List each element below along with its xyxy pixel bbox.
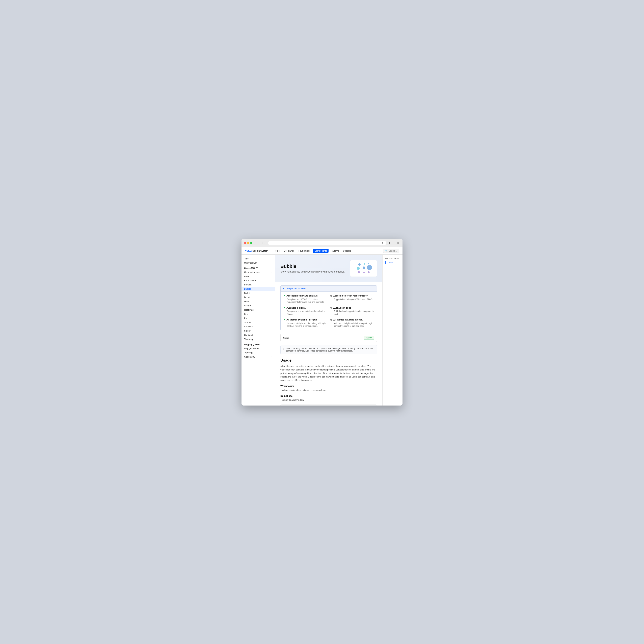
note-box: ℹ Note: Currently, the bubble chart is o… bbox=[280, 345, 377, 354]
do-not-use-title: Do not use bbox=[280, 395, 377, 397]
search-placeholder: Search... bbox=[389, 250, 397, 252]
sidebar-item-tree-map[interactable]: Tree map bbox=[242, 337, 275, 341]
minimize-button[interactable] bbox=[247, 242, 249, 244]
sidebar-item-bullet[interactable]: Bullet bbox=[242, 291, 275, 295]
svg-point-7 bbox=[363, 272, 365, 273]
checklist-header[interactable]: ▾ Component checklist bbox=[281, 286, 377, 292]
sidebar-item-bar-column[interactable]: Bar/Column bbox=[242, 278, 275, 283]
close-button[interactable] bbox=[244, 242, 246, 244]
check-icon-green-2: ✔ bbox=[283, 306, 285, 309]
sidebar-item-boxplot[interactable]: Boxplot bbox=[242, 283, 275, 287]
sidebar-item-gauge[interactable]: Gauge bbox=[242, 304, 275, 308]
nav-components[interactable]: Components bbox=[313, 249, 329, 253]
grid-button[interactable]: ⊞ bbox=[397, 241, 400, 245]
sidebar-item-tree[interactable]: Tree bbox=[242, 257, 275, 261]
sidebar-item-area[interactable]: Area bbox=[242, 274, 275, 278]
check-desc-3: Published and supported coded components… bbox=[330, 310, 374, 316]
new-tab-button[interactable]: + bbox=[393, 241, 395, 245]
hero-description: Show relationships and patterns with var… bbox=[280, 270, 345, 273]
status-badge: Healthy bbox=[364, 336, 374, 340]
back-button[interactable]: ‹ bbox=[261, 241, 263, 245]
svg-point-4 bbox=[363, 266, 365, 269]
nav-patterns[interactable]: Patterns bbox=[329, 249, 341, 253]
on-this-page: ON THIS PAGE Usage bbox=[382, 255, 403, 406]
page-title: Bubble bbox=[280, 264, 345, 269]
sidebar-item-pie[interactable]: Pie bbox=[242, 316, 275, 320]
nav-support[interactable]: Support bbox=[341, 249, 352, 253]
maximize-button[interactable] bbox=[250, 242, 252, 244]
check-title-2: Available in Figma bbox=[286, 307, 306, 309]
sidebar-item-bubble[interactable]: Bubble bbox=[242, 287, 275, 291]
do-not-use-text: To show qualitative data. bbox=[280, 398, 377, 402]
sidebar-item-gantt[interactable]: Gantt bbox=[242, 299, 275, 304]
check-icon-gray-3: ⊘ bbox=[330, 306, 332, 309]
svg-point-1 bbox=[364, 263, 365, 265]
browser-chrome: ‹ › ↻ ⬆ + ⊞ bbox=[242, 239, 403, 247]
check-desc-0: Compliant with WCAG 2.1 contrast require… bbox=[283, 298, 327, 304]
checklist-container: ▾ Component checklist ✔ Accessible color… bbox=[280, 285, 377, 331]
nav-get-started[interactable]: Get started bbox=[282, 249, 296, 253]
chevron-right-icon-geography: › bbox=[272, 356, 272, 358]
hero-text: Bubble Show relationships and patterns w… bbox=[280, 264, 345, 273]
sidebar-item-line[interactable]: Line bbox=[242, 312, 275, 316]
toc-link-usage[interactable]: Usage bbox=[385, 261, 400, 264]
sidebar-item-geography[interactable]: Geography › bbox=[242, 355, 275, 359]
sidebar-item-donut[interactable]: Donut bbox=[242, 295, 275, 299]
usage-description: A bubble chart is used to visualize rela… bbox=[280, 365, 377, 382]
sidebar-item-map-guidelines[interactable]: Map guidelines bbox=[242, 346, 275, 351]
check-item-5: ⊘ All themes available in code. Includes… bbox=[330, 318, 374, 328]
chart-demo: Chart title Extra details about the char… bbox=[280, 405, 377, 406]
sidebar-item-spider[interactable]: Spider bbox=[242, 329, 275, 333]
check-title-5: All themes available in code. bbox=[333, 318, 363, 321]
check-desc-4: Includes both light and dark along with … bbox=[283, 322, 327, 328]
svg-point-6 bbox=[358, 271, 360, 273]
check-desc-2: Component and variants have been built i… bbox=[283, 310, 327, 316]
sidebar-item-sparkline[interactable]: Sparkline bbox=[242, 325, 275, 329]
browser-window: ‹ › ↻ ⬆ + ⊞ NOKIA Design System Home Get… bbox=[242, 239, 403, 406]
sidebar-item-sunburst[interactable]: Sunburst bbox=[242, 333, 275, 337]
browser-actions: ⬆ + ⊞ bbox=[388, 241, 400, 245]
content-area: ▾ Component checklist ✔ Accessible color… bbox=[275, 282, 382, 406]
svg-point-2 bbox=[368, 263, 369, 264]
info-icon: ℹ bbox=[283, 347, 284, 351]
check-item-2: ✔ Available in Figma Component and varia… bbox=[283, 306, 327, 316]
check-desc-1: Support checked against Windows + JAWS. bbox=[330, 298, 374, 301]
main-content: Bubble Show relationships and patterns w… bbox=[275, 255, 382, 406]
check-item-3: ⊘ Available in code Published and suppor… bbox=[330, 306, 374, 316]
sidebar-item-topology[interactable]: Topology › bbox=[242, 351, 275, 355]
status-bar: Status Healthy bbox=[280, 334, 377, 342]
check-item-4: ✔ All themes available in Figma Includes… bbox=[283, 318, 327, 328]
browser-controls: ‹ › ↻ ⬆ + ⊞ bbox=[244, 241, 400, 245]
app-body: Tree Utility drawer Charts (CCHT) Chart … bbox=[242, 255, 403, 406]
check-item-1: ⊘ Accessible screen reader support Suppo… bbox=[330, 294, 374, 304]
brand-logo: NOKIA Design System bbox=[245, 250, 268, 252]
nav-foundations[interactable]: Foundations bbox=[297, 249, 312, 253]
reload-icon[interactable]: ↻ bbox=[382, 242, 384, 244]
checklist-grid: ✔ Accessible color and contrast Complian… bbox=[281, 292, 377, 330]
app-navbar: NOKIA Design System Home Get started Fou… bbox=[242, 247, 403, 255]
traffic-lights bbox=[244, 242, 252, 244]
search-icon: 🔍 bbox=[385, 250, 388, 252]
forward-button[interactable]: › bbox=[264, 241, 266, 245]
sidebar-item-heat-map[interactable]: Heat map bbox=[242, 308, 275, 312]
address-bar[interactable]: ↻ bbox=[268, 241, 386, 245]
chevron-right-icon: › bbox=[272, 271, 272, 273]
sidebar-item-chart-guidelines[interactable]: Chart guidelines › bbox=[242, 270, 275, 274]
sidebar-item-utility-drawer[interactable]: Utility drawer bbox=[242, 261, 275, 265]
check-desc-5: Includes both light and dark along with … bbox=[330, 322, 374, 328]
share-button[interactable]: ⬆ bbox=[388, 241, 391, 245]
hero-image bbox=[350, 260, 377, 277]
sidebar-toggle[interactable] bbox=[256, 242, 259, 244]
sidebar-section-charts: Charts (CCHT) bbox=[242, 265, 275, 270]
nav-home[interactable]: Home bbox=[272, 249, 281, 253]
status-label: Status bbox=[283, 337, 289, 339]
check-title-4: All themes available in Figma bbox=[286, 318, 317, 321]
sidebar-section-mapping: Mapping (CMAP) bbox=[242, 341, 275, 346]
check-item-0: ✔ Accessible color and contrast Complian… bbox=[283, 294, 327, 304]
sidebar: Tree Utility drawer Charts (CCHT) Chart … bbox=[242, 255, 275, 406]
nav-search[interactable]: 🔍 Search... bbox=[383, 249, 399, 253]
hero-section: Bubble Show relationships and patterns w… bbox=[275, 255, 382, 282]
sidebar-item-scatter[interactable]: Scatter bbox=[242, 320, 275, 325]
chevron-down-icon: ▾ bbox=[283, 287, 284, 290]
brand-design-system: Design System bbox=[253, 250, 268, 252]
